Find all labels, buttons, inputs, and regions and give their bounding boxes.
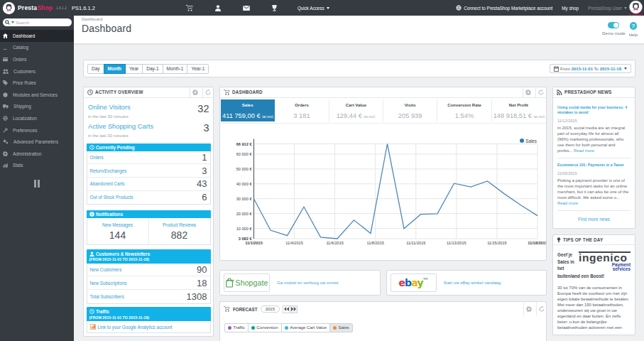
sidebar-collapse-button[interactable] (0, 180, 74, 188)
refresh-icon[interactable] (535, 87, 546, 97)
marketplace-link[interactable]: Connect to PrestaShop Marketplace accoun… (456, 5, 552, 11)
traffic-header: Traffic (FROM 2015-11-01 TO 2015-11-18) (87, 307, 211, 321)
sidebar-search[interactable] (3, 18, 72, 26)
read-more-link[interactable]: Read more (557, 201, 578, 205)
sales-dot-icon (333, 326, 337, 330)
legend-button-average-cart-value[interactable]: Average Cart Value (281, 323, 330, 332)
kpi-net-profit[interactable]: Net Profit 148 918,51 € tax excl. (492, 99, 545, 121)
kpi-orders[interactable]: Orders 3 181 (275, 99, 329, 121)
pending-orders-link[interactable]: Orders (90, 155, 104, 160)
search-scope-caret-icon[interactable] (11, 21, 14, 23)
settings-gear-icon[interactable] (190, 87, 200, 97)
forward-button[interactable] (290, 305, 298, 313)
bar-chart-icon (3, 163, 8, 168)
sidebar-item-stats[interactable]: Stats (0, 160, 74, 172)
trophy-icon[interactable] (261, 5, 289, 11)
kpi-conversion-rate[interactable]: Conversion Rate 1.54% (437, 99, 491, 121)
cog-icon (3, 151, 8, 156)
sidebar-item-label: Catalog (13, 45, 28, 50)
caret-down-icon (327, 7, 329, 9)
news-article-title[interactable]: Ecommerce 101: Payments in a Tweet (557, 163, 631, 168)
page-header: Dashboard Dashboard Demo mode ? Help (74, 16, 644, 44)
legend-button-traffic[interactable]: Traffic (224, 323, 249, 332)
range-button-day[interactable]: Day (87, 64, 104, 74)
online-visitors-link[interactable]: Online Visitors (88, 104, 131, 111)
news-article-title[interactable]: Using social media for your business: 4 … (557, 105, 631, 117)
chart-legend[interactable]: Sales (520, 139, 537, 144)
sidebar-item-modules[interactable]: Modules and Services (0, 89, 74, 101)
total-subscribers-link[interactable]: Total Subscribers (90, 294, 124, 299)
shopgate-bag-icon (226, 278, 234, 288)
sidebar-item-advanced-parameters[interactable]: Advanced Parameters (0, 136, 74, 148)
conversion-dot-icon (251, 326, 255, 330)
messages-icon[interactable] (232, 6, 261, 11)
abandoned-carts-link[interactable]: Abandoned Carts (90, 181, 125, 186)
sidebar-item-shipping[interactable]: Shipping (0, 101, 74, 113)
employees-icon[interactable] (204, 5, 232, 11)
out-of-stock-value: 6 (202, 192, 207, 202)
google-analytics-link[interactable]: Link to your Google Analytics account (98, 325, 173, 330)
shopgate-logo: Shopgate (224, 274, 270, 292)
pending-returns-link[interactable]: Return/Exchanges (90, 168, 127, 173)
my-shop-link[interactable]: My shop (562, 6, 579, 11)
settings-gear-icon[interactable] (523, 87, 533, 97)
shopgate-link[interactable]: Ga mobiel en verhoog uw omzet (277, 281, 338, 285)
sidebar-item-orders[interactable]: Orders (0, 53, 74, 65)
sidebar-item-localization[interactable]: Localization (0, 112, 74, 124)
caret-down-icon (624, 7, 627, 9)
user-avatar[interactable]: PrestaShop (629, 1, 643, 16)
quick-access-menu[interactable]: Quick Access (298, 6, 329, 11)
find-more-news-link[interactable]: Find more news (557, 215, 631, 225)
kpi-cart-value[interactable]: Cart Value 129,44 € tax excl. (329, 99, 383, 121)
active-carts-link[interactable]: Active Shopping Carts (88, 123, 153, 130)
read-more-link[interactable]: Read more (574, 148, 594, 153)
range-button-year[interactable]: Year (125, 64, 143, 74)
product-reviews-link[interactable]: Product Reviews (149, 222, 210, 227)
legend-button-conversion[interactable]: Conversion (248, 323, 282, 332)
sidebar-item-catalog[interactable]: Catalog (0, 42, 74, 54)
forecast-year-pill: 2015 (261, 305, 280, 313)
activity-overview-panel: ACTIVITY OVERVIEW Online Visitors 32 in … (83, 87, 214, 337)
new-subscriptions-value: 18 (197, 278, 207, 288)
demo-mode-toggle[interactable] (608, 22, 619, 28)
new-messages-link[interactable]: New Messages (87, 222, 148, 227)
range-button-year-1[interactable]: Year-1 (187, 64, 209, 74)
refresh-icon[interactable] (202, 87, 213, 97)
new-customers-link[interactable]: New Customers (90, 267, 122, 272)
help-icon[interactable]: ? (630, 22, 638, 30)
svg-text:66 912 €: 66 912 € (236, 141, 253, 146)
sidebar-item-administration[interactable]: Administration (0, 148, 74, 160)
sidebar-item-preferences[interactable]: Preferences (0, 124, 74, 136)
ebay-link[interactable]: Start uw eBay-winkel vandaag (444, 281, 501, 285)
sidebar-item-price-rules[interactable]: Price Rules (0, 77, 74, 89)
new-messages-cell: New Messages 144 (87, 218, 148, 244)
settings-gear-icon[interactable] (523, 302, 533, 316)
sidebar-item-customers[interactable]: Customers (0, 65, 74, 77)
tip-body: 30 tot 70% van de consumenten in Europa … (557, 285, 631, 330)
range-button-month[interactable]: Month (104, 64, 126, 74)
legend-button-sales[interactable]: Sales (329, 323, 353, 332)
kpi-visits[interactable]: Visits 205 939 (383, 99, 437, 121)
sidebar-item-dashboard[interactable]: Dashboard (0, 30, 74, 42)
svg-text:11/1/2015: 11/1/2015 (245, 241, 263, 245)
person-icon (89, 251, 94, 256)
user-menu[interactable]: PrestaShop User (588, 6, 627, 11)
news-article-excerpt: Picking a payment provider is one of the… (557, 178, 631, 206)
range-button-day-1[interactable]: Day-1 (142, 64, 163, 74)
kpi-sales[interactable]: Sales 411 759,00 € tax excl. (221, 99, 275, 121)
pending-returns-value: 3 (202, 166, 207, 176)
refresh-icon[interactable] (536, 302, 546, 316)
search-input[interactable] (16, 21, 55, 25)
date-range-picker[interactable]: From 2015-11-01 To 2015-11-18 (550, 64, 631, 73)
shop-name-link[interactable]: PS1.6.1.2 (72, 5, 95, 11)
customers-newsletters-header: Customers & Newsletters (FROM 2015-11-01… (87, 249, 211, 264)
cart-icon[interactable] (175, 5, 204, 11)
topbar: PrestaShop 1.6.1.2 PS1.6.1.2 Quick Acces… (0, 0, 644, 16)
sidebar-item-label: Localization (13, 116, 37, 121)
ingenico-logo-subtext: Payment services (599, 263, 631, 272)
out-of-stock-link[interactable]: Out of Stock Products (90, 195, 133, 200)
range-button-month-1[interactable]: Month-1 (163, 64, 188, 74)
sidebar-item-label: Modules and Services (13, 92, 58, 97)
breadcrumb: Dashboard (82, 17, 635, 21)
new-subscriptions-link[interactable]: New Subscriptions (90, 281, 127, 286)
